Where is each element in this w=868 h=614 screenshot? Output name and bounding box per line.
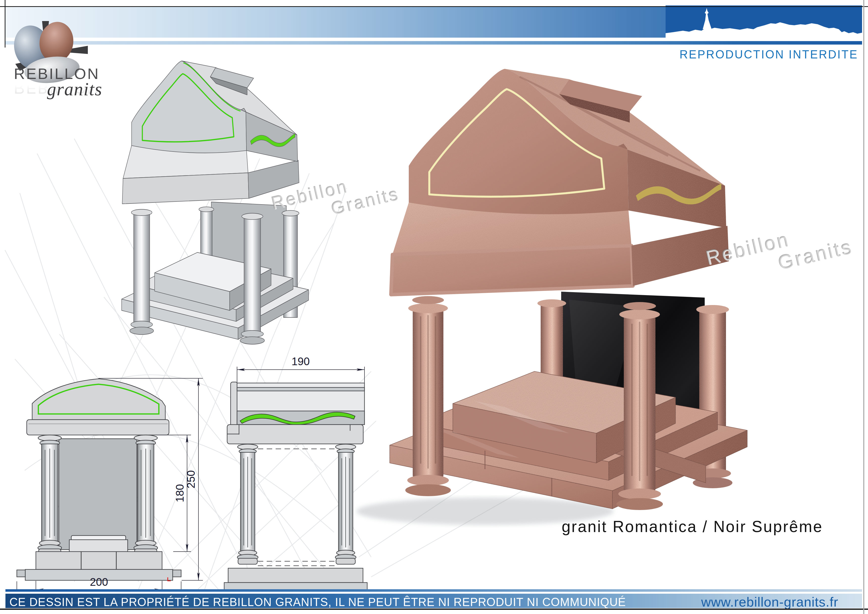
footer-top-stripe bbox=[5, 589, 862, 592]
right-crop-line bbox=[863, 0, 864, 614]
logo-subtitle: granits bbox=[47, 79, 121, 100]
front-elevation-drawing: 200 240 180 250 bbox=[8, 367, 213, 611]
bottom-crop-line bbox=[0, 609, 868, 610]
dimension-label: 250 bbox=[185, 470, 197, 488]
lighthouse-coastline-icon bbox=[666, 5, 862, 40]
footer-property-notice: CE DESSIN EST LA PROPRIÉTÉ DE REBILLON G… bbox=[9, 595, 626, 609]
left-crop-line bbox=[5, 0, 5, 48]
side-elevation-drawing: 190 200 bbox=[215, 350, 383, 611]
footer-website: www.rebillon-granits.fr bbox=[701, 594, 838, 609]
header-thin-stripe bbox=[5, 41, 862, 45]
top-crop-line bbox=[0, 6, 868, 7]
footer-white-stripe bbox=[5, 592, 862, 594]
drawing-sheet: 200 240 180 250 bbox=[0, 0, 868, 614]
dimension-label: 200 bbox=[90, 576, 108, 588]
material-caption: granit Romantica / Noir Suprême bbox=[562, 518, 859, 536]
dimension-label: 180 bbox=[174, 484, 186, 502]
reproduction-notice: REPRODUCTION INTERDITE bbox=[679, 48, 858, 61]
dimension-label: 190 bbox=[291, 355, 310, 367]
